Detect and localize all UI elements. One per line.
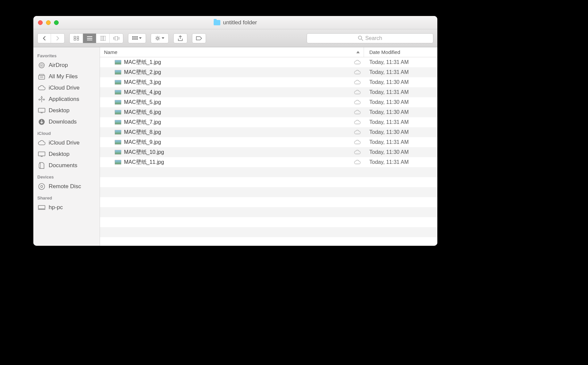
- file-row[interactable]: MAC壁纸_10.jpgToday, 11:30 AM: [100, 147, 437, 157]
- svg-rect-15: [136, 36, 138, 38]
- sidebar-item-label: All My Files: [49, 73, 78, 80]
- file-row[interactable]: MAC壁纸_2.jpgToday, 11:31 AM: [100, 67, 437, 77]
- file-name-cell: MAC壁纸_5.jpg: [100, 99, 351, 106]
- empty-row: [100, 197, 437, 207]
- chevron-down-icon: [139, 37, 142, 39]
- cloud-status-icon: [351, 90, 364, 95]
- sidebar-item-hp-pc[interactable]: hp-pc: [33, 202, 100, 213]
- documents-icon: [38, 162, 45, 169]
- forward-button[interactable]: [51, 34, 64, 43]
- arrange-button[interactable]: [128, 33, 146, 43]
- tag-icon: [196, 36, 202, 40]
- view-coverflow-button[interactable]: [110, 34, 123, 43]
- window-title-text: untitled folder: [223, 19, 257, 26]
- file-date-cell: Today, 11:31 AM: [364, 159, 437, 165]
- share-button[interactable]: [173, 33, 187, 43]
- toolbar: Search: [33, 29, 437, 47]
- cloud-status-icon: [351, 160, 364, 165]
- file-row[interactable]: MAC壁纸_7.jpgToday, 11:31 AM: [100, 117, 437, 127]
- folder-icon: [214, 20, 220, 25]
- sidebar-item-remote-disc[interactable]: Remote Disc: [33, 181, 100, 192]
- search-field[interactable]: Search: [307, 33, 433, 43]
- sidebar-section-header: Shared: [33, 192, 100, 202]
- sidebar-section-header: Favorites: [33, 50, 100, 60]
- image-thumbnail-icon: [115, 110, 121, 115]
- back-button[interactable]: [38, 34, 51, 43]
- body: FavoritesAirDropAll My FilesiCloud Drive…: [33, 47, 437, 246]
- file-row[interactable]: MAC壁纸_6.jpgToday, 11:30 AM: [100, 107, 437, 117]
- image-thumbnail-icon: [115, 80, 121, 85]
- sidebar-section-header: iCloud: [33, 128, 100, 137]
- desktop-icon: [38, 151, 45, 158]
- file-row[interactable]: MAC壁纸_1.jpgToday, 11:31 AM: [100, 57, 437, 67]
- file-name-text: MAC壁纸_4.jpg: [124, 89, 161, 96]
- svg-point-19: [157, 37, 159, 39]
- sidebar-item-all-my-files[interactable]: All My Files: [33, 71, 100, 82]
- close-button[interactable]: [38, 20, 43, 25]
- sidebar-item-downloads[interactable]: Downloads: [33, 116, 100, 128]
- sidebar-item-icloud-drive[interactable]: iCloud Drive: [33, 137, 100, 149]
- file-name-cell: MAC壁纸_10.jpg: [100, 149, 351, 156]
- column-headers: Name Date Modified: [100, 47, 437, 57]
- cloud-status-icon: [351, 110, 364, 115]
- sidebar-item-label: iCloud Drive: [49, 85, 80, 91]
- file-name-cell: MAC壁纸_1.jpg: [100, 59, 351, 66]
- sidebar-item-applications[interactable]: Applications: [33, 94, 100, 105]
- view-mode-group: [69, 33, 123, 43]
- sidebar-item-label: hp-pc: [49, 204, 63, 211]
- cloud-status-icon: [351, 140, 364, 145]
- cloud-status-icon: [351, 130, 364, 135]
- file-row[interactable]: MAC壁纸_11.jpgToday, 11:31 AM: [100, 157, 437, 167]
- file-name-cell: MAC壁纸_4.jpg: [100, 89, 351, 96]
- maximize-button[interactable]: [54, 20, 59, 25]
- view-column-button[interactable]: [96, 34, 110, 43]
- file-name-text: MAC壁纸_2.jpg: [124, 69, 161, 76]
- file-row[interactable]: MAC壁纸_8.jpgToday, 11:30 AM: [100, 127, 437, 137]
- sidebar-item-label: AirDrop: [49, 62, 68, 69]
- file-row[interactable]: MAC壁纸_3.jpgToday, 11:30 AM: [100, 77, 437, 87]
- content: Name Date Modified MAC壁纸_1.jpgToday, 11:…: [100, 47, 437, 246]
- file-date-cell: Today, 11:30 AM: [364, 149, 437, 155]
- titlebar: untitled folder: [33, 16, 437, 29]
- svg-rect-0: [74, 36, 76, 38]
- file-date-cell: Today, 11:31 AM: [364, 139, 437, 145]
- file-name-cell: MAC壁纸_7.jpg: [100, 119, 351, 126]
- search-placeholder: Search: [365, 35, 382, 41]
- file-name-cell: MAC壁纸_2.jpg: [100, 69, 351, 76]
- window-title: untitled folder: [214, 19, 257, 26]
- desktop-icon: [38, 107, 45, 114]
- sidebar-item-label: Documents: [49, 162, 77, 169]
- file-rows: MAC壁纸_1.jpgToday, 11:31 AMMAC壁纸_2.jpgTod…: [100, 57, 437, 246]
- tags-button[interactable]: [192, 33, 206, 43]
- cloud-icon: [38, 140, 45, 146]
- empty-row: [100, 237, 437, 246]
- view-list-button[interactable]: [83, 34, 96, 43]
- file-name-text: MAC壁纸_7.jpg: [124, 119, 161, 126]
- file-name-text: MAC壁纸_11.jpg: [124, 159, 164, 166]
- action-button[interactable]: [151, 33, 169, 43]
- file-row[interactable]: MAC壁纸_5.jpgToday, 11:30 AM: [100, 97, 437, 107]
- file-name-cell: MAC壁纸_3.jpg: [100, 79, 351, 86]
- cloud-status-icon: [351, 100, 364, 105]
- sidebar-item-airdrop[interactable]: AirDrop: [33, 60, 100, 71]
- sidebar-item-label: iCloud Drive: [49, 140, 80, 146]
- minimize-button[interactable]: [46, 20, 51, 25]
- sidebar-item-label: Downloads: [49, 119, 77, 125]
- column-date-header[interactable]: Date Modified: [364, 49, 437, 55]
- svg-point-24: [41, 65, 42, 66]
- sidebar-item-documents[interactable]: Documents: [33, 160, 100, 171]
- sidebar-item-icloud-drive[interactable]: iCloud Drive: [33, 82, 100, 94]
- cloud-status-icon: [351, 150, 364, 155]
- file-name-cell: MAC壁纸_6.jpg: [100, 109, 351, 116]
- sidebar-item-desktop[interactable]: Desktop: [33, 105, 100, 116]
- file-row[interactable]: MAC壁纸_4.jpgToday, 11:31 AM: [100, 87, 437, 97]
- image-thumbnail-icon: [115, 60, 121, 65]
- downloads-icon: [38, 119, 45, 125]
- column-name-header[interactable]: Name: [100, 49, 364, 55]
- view-icon-button[interactable]: [70, 34, 83, 43]
- svg-rect-25: [39, 75, 45, 79]
- file-name-text: MAC壁纸_6.jpg: [124, 109, 161, 116]
- file-row[interactable]: MAC壁纸_9.jpgToday, 11:31 AM: [100, 137, 437, 147]
- sidebar-item-desktop[interactable]: Desktop: [33, 149, 100, 160]
- empty-row: [100, 187, 437, 197]
